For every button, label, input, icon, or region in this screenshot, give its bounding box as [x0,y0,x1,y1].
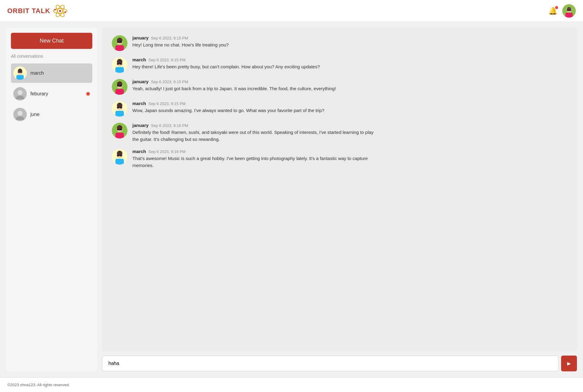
header: ORBIT TALK 🔔 [0,0,583,22]
msg-time: Sep 6 2023, 9:15 PM [151,36,188,40]
conversation-item-june[interactable]: june [11,105,92,124]
svg-rect-50 [117,107,119,108]
svg-rect-16 [16,75,24,80]
chat-area: januarySep 6 2023, 9:15 PMHey! Long time… [102,28,577,371]
msg-header-1: marchSep 6 2023, 9:15 PM [132,57,320,62]
msg-time: Sep 6 2023, 9:16 PM [151,123,188,128]
msg-time: Sep 6 2023, 9:15 PM [148,58,186,62]
msg-sender: january [132,123,148,128]
msg-header-3: marchSep 6 2023, 9:15 PM [132,101,324,106]
chat-input-area: ► [102,356,577,371]
msg-avatar-0 [112,35,128,51]
svg-rect-30 [120,41,122,43]
svg-rect-11 [567,9,569,11]
header-right: 🔔 [548,4,576,18]
chat-messages: januarySep 6 2023, 9:15 PMHey! Long time… [102,28,577,351]
svg-rect-64 [117,155,119,156]
msg-content-3: marchSep 6 2023, 9:15 PMWow, Japan sound… [132,101,324,114]
msg-text: Hey there! Life's been pretty busy, but … [132,63,320,70]
svg-rect-58 [120,129,122,130]
conv-avatar-feburary [13,87,27,101]
logo-text: ORBIT TALK [7,7,50,15]
svg-rect-65 [120,155,122,156]
notification-bell[interactable]: 🔔 [548,7,557,15]
message-row: marchSep 6 2023, 9:15 PMWow, Japan sound… [112,101,567,117]
svg-rect-27 [115,45,124,51]
msg-text: Wow, Japan sounds amazing. I've always w… [132,107,324,114]
svg-point-4 [54,9,56,10]
main-content: New Chat All conversations [0,22,583,377]
feburary-avatar-img [13,87,27,101]
orbit-icon [53,5,67,17]
svg-rect-34 [115,67,124,73]
msg-header-4: januarySep 6 2023, 9:16 PM [132,123,375,128]
svg-rect-19 [20,72,22,73]
conversation-item-feburary[interactable]: feburary [11,84,92,104]
sidebar: New Chat All conversations [6,28,97,371]
svg-rect-43 [117,85,119,87]
msg-avatar-3 [112,101,128,117]
message-row: marchSep 6 2023, 9:19 PMThat's awesome! … [112,149,567,169]
notification-dot [555,6,558,9]
msg-content-1: marchSep 6 2023, 9:15 PMHey there! Life'… [132,57,320,70]
message-row: januarySep 6 2023, 9:15 PMHey! Long time… [112,35,567,51]
svg-rect-8 [565,13,573,18]
header-user-avatar[interactable] [562,4,576,18]
svg-rect-37 [120,63,122,65]
new-chat-button[interactable]: New Chat [11,33,92,49]
conv-name-june: june [30,112,90,117]
msg-sender: january [132,35,148,40]
msg-avatar-4 [112,123,128,138]
svg-rect-51 [120,107,122,108]
send-button[interactable]: ► [561,356,577,371]
svg-point-5 [64,11,66,13]
msg-sender: march [132,101,146,106]
msg-avatar-5 [112,149,128,165]
svg-rect-36 [117,63,119,65]
msg-avatar-1 [112,57,128,73]
send-icon: ► [566,360,572,367]
svg-rect-29 [117,41,119,43]
svg-point-3 [59,10,61,12]
msg-time: Sep 6 2023, 9:15 PM [151,80,188,84]
msg-text: Hey! Long time no chat. How's life treat… [132,42,229,49]
svg-rect-48 [115,111,124,117]
conv-name-march: march [30,70,90,76]
conv-name-feburary: feburary [30,91,83,97]
footer: ©2023 zhna123. All rights reserved. [0,377,583,392]
footer-copyright: ©2023 zhna123. All rights reserved. [7,383,70,387]
msg-header-0: januarySep 6 2023, 9:15 PM [132,35,229,40]
svg-point-24 [18,111,22,116]
unread-dot-feburary [86,92,90,96]
msg-time: Sep 6 2023, 9:15 PM [148,101,186,106]
msg-avatar-2 [112,79,128,95]
message-row: januarySep 6 2023, 9:16 PMDefinitely the… [112,123,567,143]
msg-text: That's awesome! Music is such a great ho… [132,155,375,169]
june-avatar-img [13,108,27,121]
conversation-list: march feburary [11,63,92,124]
header-avatar-img [562,4,576,18]
svg-rect-55 [115,133,124,138]
msg-sender: march [132,149,146,154]
msg-text: Yeah, actually! I just got back from a t… [132,85,336,92]
conversation-item-march[interactable]: march [11,63,92,83]
msg-sender: march [132,57,146,62]
msg-sender: january [132,79,148,84]
message-row: januarySep 6 2023, 9:15 PMYeah, actually… [112,79,567,95]
svg-point-22 [18,90,22,95]
msg-content-0: januarySep 6 2023, 9:15 PMHey! Long time… [132,35,229,49]
msg-content-2: januarySep 6 2023, 9:15 PMYeah, actually… [132,79,336,92]
logo-area: ORBIT TALK [7,5,67,17]
conv-avatar-march [13,66,27,80]
message-input[interactable] [102,356,559,371]
msg-text: Definitely the food! Ramen, sushi, and t… [132,129,375,143]
march-avatar-img [13,66,27,80]
svg-rect-57 [117,129,119,130]
svg-rect-44 [120,85,122,87]
msg-content-5: marchSep 6 2023, 9:19 PMThat's awesome! … [132,149,375,169]
svg-rect-62 [115,159,124,165]
msg-content-4: januarySep 6 2023, 9:16 PMDefinitely the… [132,123,375,143]
msg-header-5: marchSep 6 2023, 9:19 PM [132,149,375,154]
svg-rect-18 [18,72,20,73]
all-conversations-label: All conversations [11,53,92,60]
